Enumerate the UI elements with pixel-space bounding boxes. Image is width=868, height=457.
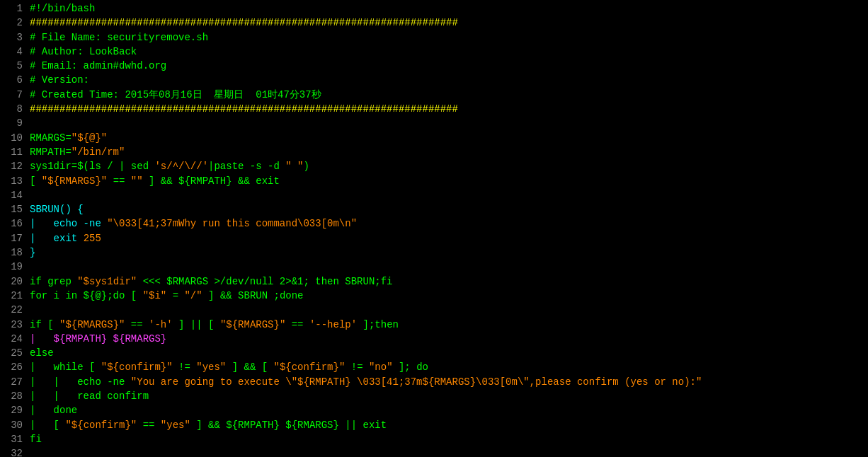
line-number: 19 bbox=[3, 260, 23, 274]
line-number: 3 bbox=[3, 30, 23, 45]
code-line: 9 bbox=[0, 116, 868, 130]
code-line: 10RMARGS="${@}" bbox=[0, 131, 868, 145]
code-line: 1#!/bin/bash bbox=[0, 1, 868, 16]
code-line: 4# Author: LookBack bbox=[0, 45, 868, 59]
line-number: 23 bbox=[3, 318, 23, 332]
line-number: 18 bbox=[3, 245, 23, 260]
line-text: ########################################… bbox=[30, 102, 458, 116]
code-line: 23if [ "${RMARGS}" == '-h' ] || [ "${RMA… bbox=[0, 318, 868, 332]
line-text bbox=[30, 303, 35, 317]
code-line: 31fi bbox=[0, 432, 868, 446]
line-number: 13 bbox=[3, 174, 23, 188]
code-line: 18} bbox=[0, 245, 868, 260]
code-line: 5# Email: admin#dwhd.org bbox=[0, 59, 868, 73]
line-number: 30 bbox=[3, 418, 23, 432]
code-line: 29| done bbox=[0, 403, 868, 417]
code-line: 8#######################################… bbox=[0, 102, 868, 116]
code-line: 16| echo -ne "\033[41;37mWhy run this co… bbox=[0, 216, 868, 231]
line-number: 26 bbox=[3, 360, 23, 374]
code-editor: 1#!/bin/bash2###########################… bbox=[0, 0, 868, 457]
line-number: 5 bbox=[3, 59, 23, 73]
line-number: 24 bbox=[3, 332, 23, 346]
line-text: fi bbox=[30, 432, 42, 446]
code-line: 13[ "${RMARGS}" == "" ] && ${RMPATH} && … bbox=[0, 174, 868, 188]
line-text: } bbox=[30, 245, 35, 260]
line-number: 16 bbox=[3, 216, 23, 231]
line-text bbox=[30, 188, 35, 202]
line-number: 20 bbox=[3, 274, 23, 289]
line-text: sys1dir=$(ls / | sed 's/^/\//'|paste -s … bbox=[30, 159, 309, 173]
code-line: 30| [ "${confirm}" == "yes" ] && ${RMPAT… bbox=[0, 418, 868, 432]
code-line: 27| | echo -ne "You are going to execute… bbox=[0, 375, 868, 389]
line-text: SBRUN() { bbox=[30, 202, 84, 216]
line-number: 28 bbox=[3, 389, 23, 403]
line-number: 1 bbox=[3, 1, 23, 16]
line-number: 2 bbox=[3, 16, 23, 30]
line-text: for i in ${@};do [ "$i" = "/" ] && SBRUN… bbox=[30, 289, 304, 303]
line-number: 6 bbox=[3, 73, 23, 87]
line-number: 21 bbox=[3, 289, 23, 303]
line-number: 29 bbox=[3, 403, 23, 417]
code-line: 15SBRUN() { bbox=[0, 202, 868, 216]
line-text: | echo -ne "\033[41;37mWhy run this comm… bbox=[30, 216, 357, 231]
line-text: # Version: bbox=[30, 73, 89, 87]
code-line: 21for i in ${@};do [ "$i" = "/" ] && SBR… bbox=[0, 289, 868, 303]
line-text: ########################################… bbox=[30, 16, 458, 30]
line-text: | ${RMPATH} ${RMARGS} bbox=[30, 332, 166, 346]
code-line: 14 bbox=[0, 188, 868, 202]
code-line: 22 bbox=[0, 303, 868, 317]
line-number: 14 bbox=[3, 188, 23, 202]
line-text: | exit 255 bbox=[30, 231, 101, 245]
line-text: if grep "$sys1dir" <<< $RMARGS >/dev/nul… bbox=[30, 274, 393, 289]
line-text: else bbox=[30, 346, 54, 360]
line-number: 17 bbox=[3, 231, 23, 245]
code-line: 2#######################################… bbox=[0, 16, 868, 30]
line-text: # File Name: securityremove.sh bbox=[30, 30, 208, 45]
code-line: 25else bbox=[0, 346, 868, 360]
line-text: if [ "${RMARGS}" == '-h' ] || [ "${RMARG… bbox=[30, 318, 399, 332]
line-text bbox=[30, 446, 35, 457]
code-line: 17| exit 255 bbox=[0, 231, 868, 245]
code-line: 24| ${RMPATH} ${RMARGS} bbox=[0, 332, 868, 346]
code-line: 3# File Name: securityremove.sh bbox=[0, 30, 868, 45]
line-number: 12 bbox=[3, 159, 23, 173]
code-line: 12sys1dir=$(ls / | sed 's/^/\//'|paste -… bbox=[0, 159, 868, 173]
line-number: 15 bbox=[3, 202, 23, 216]
line-number: 27 bbox=[3, 375, 23, 389]
line-number: 8 bbox=[3, 102, 23, 116]
line-text: | | echo -ne "You are going to execute \… bbox=[30, 375, 702, 389]
line-number: 10 bbox=[3, 131, 23, 145]
line-text: # Author: LookBack bbox=[30, 45, 137, 59]
line-text: #!/bin/bash bbox=[30, 1, 95, 16]
code-line: 6# Version: bbox=[0, 73, 868, 87]
code-line: 7# Created Time: 2015年08月16日 星期日 01时47分3… bbox=[0, 88, 868, 102]
code-line: 20if grep "$sys1dir" <<< $RMARGS >/dev/n… bbox=[0, 274, 868, 289]
code-line: 19 bbox=[0, 260, 868, 274]
code-line: 26| while [ "${confirm}" != "yes" ] && [… bbox=[0, 360, 868, 374]
line-number: 4 bbox=[3, 45, 23, 59]
line-text: | done bbox=[30, 403, 77, 417]
line-number: 31 bbox=[3, 432, 23, 446]
line-number: 32 bbox=[3, 446, 23, 457]
line-text: | [ "${confirm}" == "yes" ] && ${RMPATH}… bbox=[30, 418, 387, 432]
code-line: 11RMPATH="/bin/rm" bbox=[0, 145, 868, 159]
line-text bbox=[30, 260, 35, 274]
line-text: | | read confirm bbox=[30, 389, 149, 403]
line-number: 7 bbox=[3, 88, 23, 102]
line-number: 22 bbox=[3, 303, 23, 317]
code-line: 28| | read confirm bbox=[0, 389, 868, 403]
line-text: RMPATH="/bin/rm" bbox=[30, 145, 125, 159]
line-text: [ "${RMARGS}" == "" ] && ${RMPATH} && ex… bbox=[30, 174, 280, 188]
line-text: # Email: admin#dwhd.org bbox=[30, 59, 166, 73]
line-text: | while [ "${confirm}" != "yes" ] && [ "… bbox=[30, 360, 428, 374]
line-text: RMARGS="${@}" bbox=[30, 131, 107, 145]
code-line: 32 bbox=[0, 446, 868, 457]
line-text bbox=[30, 116, 35, 130]
line-number: 9 bbox=[3, 116, 23, 130]
line-number: 25 bbox=[3, 346, 23, 360]
line-number: 11 bbox=[3, 145, 23, 159]
line-text: # Created Time: 2015年08月16日 星期日 01时47分37… bbox=[30, 88, 321, 102]
